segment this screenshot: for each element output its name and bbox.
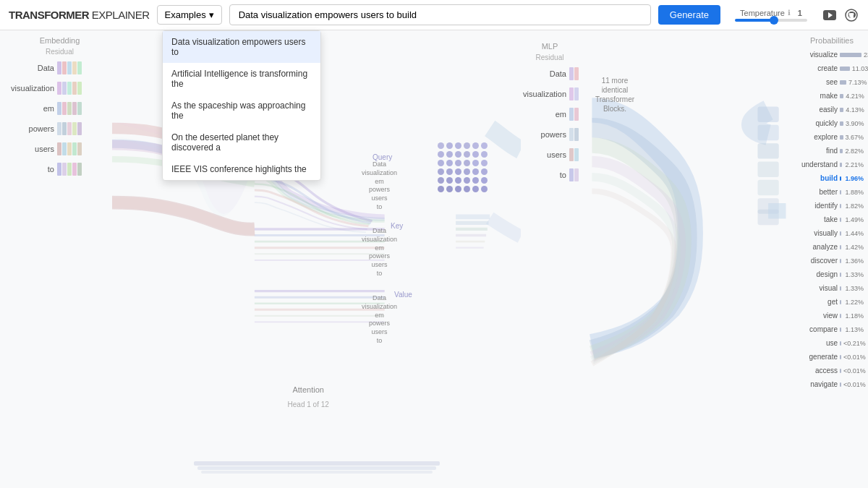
dot-matrix-row <box>438 168 488 175</box>
dropdown-item[interactable]: Artificial Intelligence is transforming … <box>163 63 320 95</box>
probability-row: get1.22% <box>800 295 864 309</box>
prob-word: view <box>800 312 838 320</box>
header-icons <box>822 7 859 23</box>
prob-bar-container <box>840 299 843 305</box>
attention-dot <box>472 186 479 192</box>
token-bar <box>77 163 82 176</box>
prob-percent: 2.21% <box>845 161 864 168</box>
value-token-labels: Data visualization em powers users to <box>362 294 397 345</box>
prob-bar <box>840 245 841 249</box>
prob-percent: 1.49% <box>845 216 864 223</box>
mlp-token-rows: Datavisualizationempowersusersto <box>521 64 579 184</box>
prob-bar <box>840 300 841 304</box>
probability-row: build1.96% <box>800 171 864 185</box>
prob-percent: 1.88% <box>845 189 864 196</box>
probability-row: compare1.13% <box>800 322 864 336</box>
token-bar <box>57 102 61 115</box>
attention-dot <box>481 177 488 184</box>
prob-percent: 1.36% <box>845 257 864 265</box>
prob-percent: 1.13% <box>845 326 864 333</box>
mlp-token-label: to <box>521 171 566 179</box>
prob-word: build <box>800 174 838 182</box>
token-bar <box>77 142 82 155</box>
token-word-label: Data <box>7 64 54 72</box>
token-bar <box>62 61 67 74</box>
prob-word: create <box>800 64 838 72</box>
probability-row: view1.18% <box>800 309 864 322</box>
prob-bar-container <box>840 327 843 333</box>
mlp-token-label: visualization <box>521 90 566 98</box>
token-bar <box>67 102 72 115</box>
mlp-bar <box>569 67 574 80</box>
prob-word: easily <box>800 106 838 114</box>
youtube-icon[interactable] <box>822 7 838 23</box>
embedding-token-row: visualization <box>7 79 112 98</box>
attention-dot <box>464 186 470 192</box>
attention-dot <box>472 142 479 149</box>
token-bar-group <box>57 61 82 74</box>
header: TRANSFORMER EXPLAINER Examples ▾ Generat… <box>0 0 868 30</box>
probability-row: take1.49% <box>800 213 864 226</box>
token-bar <box>57 163 61 176</box>
token-word-label: visualization <box>7 84 54 93</box>
mlp-token-row: powers <box>521 125 579 144</box>
prob-bar-container <box>840 272 843 278</box>
prob-percent: <0.01% <box>843 367 866 374</box>
examples-button[interactable]: Examples ▾ <box>157 5 222 25</box>
prob-bar <box>840 121 843 126</box>
token-bar <box>67 61 72 74</box>
prob-bar-container <box>840 121 843 127</box>
prob-percent: 11.03% <box>852 65 868 72</box>
dropdown-item[interactable]: As the spaceship was approaching the <box>163 95 320 127</box>
attention-dot <box>438 151 444 158</box>
prob-bar-container <box>840 341 841 346</box>
attention-dot <box>481 186 488 192</box>
temperature-slider[interactable] <box>735 19 807 22</box>
text-input[interactable] <box>229 4 651 25</box>
probability-row: better1.88% <box>800 185 864 199</box>
mlp-bar <box>569 128 574 141</box>
attention-dot <box>446 142 453 149</box>
prob-bar <box>840 108 843 112</box>
dot-matrix-row <box>438 142 488 149</box>
prob-bar-container <box>840 368 841 374</box>
prob-bar-container <box>840 80 846 85</box>
attention-dot <box>464 151 470 158</box>
attention-dot <box>455 151 461 158</box>
token-bar <box>57 82 61 95</box>
token-bar <box>72 142 77 155</box>
attention-dot <box>481 151 488 158</box>
token-bar <box>57 142 61 155</box>
github-icon[interactable] <box>843 7 859 23</box>
prob-bar <box>840 328 841 332</box>
transformer-notice: 11 more identical Transformer Blocks. <box>590 76 640 114</box>
stacked-layers <box>194 461 440 474</box>
attention-dot <box>455 186 461 192</box>
token-bar <box>72 82 77 95</box>
mlp-token-label: users <box>521 150 566 159</box>
generate-button[interactable]: Generate <box>658 5 720 25</box>
logo-transformer: TRANSFORMER <box>9 9 89 21</box>
dropdown-item[interactable]: Data visualization empowers users to <box>163 31 320 63</box>
attention-dot <box>446 177 453 184</box>
token-bar <box>67 122 72 135</box>
attention-dot <box>455 177 461 184</box>
embedding-token-row: em <box>7 99 112 118</box>
attention-dot <box>438 177 444 184</box>
dropdown-item[interactable]: IEEE VIS conference highlights the <box>163 158 320 180</box>
probability-row: visually1.44% <box>800 226 864 240</box>
token-word-label: to <box>7 165 54 174</box>
mlp-bar <box>569 87 574 100</box>
attention-dot <box>446 186 453 192</box>
dot-matrix-row <box>438 177 488 184</box>
probability-row: understand2.21% <box>800 158 864 171</box>
temperature-control: Temperature ℹ 1 <box>728 9 814 22</box>
token-bar <box>72 122 77 135</box>
logo: TRANSFORMER EXPLAINER <box>9 9 150 21</box>
dropdown-item[interactable]: On the deserted planet they discovered a <box>163 127 320 158</box>
prob-word: see <box>800 78 838 86</box>
mlp-bar-group <box>569 87 579 100</box>
prob-bar-container <box>840 203 843 209</box>
prob-word: better <box>800 188 838 196</box>
chevron-down-icon: ▾ <box>209 9 214 20</box>
